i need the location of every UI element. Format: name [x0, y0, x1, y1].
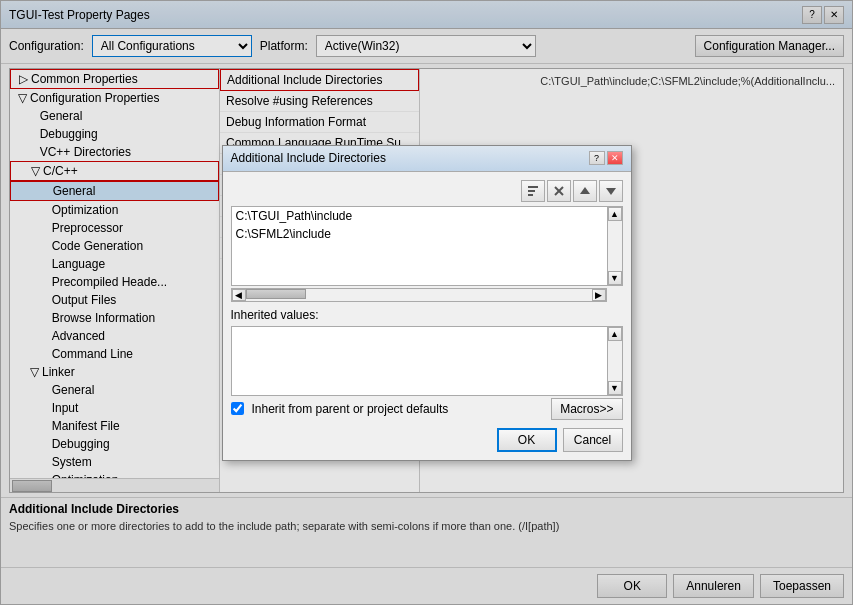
- modal-overlay: Additional Include Directories ? ✕: [1, 1, 852, 604]
- list-item-sfml[interactable]: C:\SFML2\include: [232, 225, 607, 243]
- modal-cancel-button[interactable]: Cancel: [563, 428, 623, 452]
- modal-ok-cancel: OK Cancel: [231, 428, 623, 452]
- svg-marker-5: [580, 187, 590, 194]
- hscroll-thumb[interactable]: [246, 289, 306, 299]
- modal-ok-button[interactable]: OK: [497, 428, 557, 452]
- modal-toolbar: [231, 180, 623, 202]
- modal-body: C:\TGUI_Path\include C:\SFML2\include ▲ …: [223, 172, 631, 460]
- inherited-scrollbar[interactable]: ▲ ▼: [607, 326, 623, 396]
- modal-title: Additional Include Directories: [231, 151, 386, 165]
- include-list-box[interactable]: C:\TGUI_Path\include C:\SFML2\include: [231, 206, 607, 286]
- svg-marker-6: [606, 188, 616, 195]
- modal-move-down-button[interactable]: [599, 180, 623, 202]
- svg-rect-1: [528, 190, 535, 192]
- inherit-checkbox[interactable]: [231, 402, 244, 415]
- inherit-label: Inherit from parent or project defaults: [252, 402, 449, 416]
- svg-rect-2: [528, 194, 533, 196]
- horizontal-scrollbar[interactable]: ◀ ▶: [231, 288, 607, 302]
- scroll-up-arrow[interactable]: ▲: [608, 207, 622, 221]
- modal-help-button[interactable]: ?: [589, 151, 605, 165]
- scroll-down-arrow[interactable]: ▼: [608, 271, 622, 285]
- modal-delete-button[interactable]: [547, 180, 571, 202]
- scroll-left-arrow[interactable]: ◀: [232, 289, 246, 301]
- modal-move-up-button[interactable]: [573, 180, 597, 202]
- inherited-values-label: Inherited values:: [231, 308, 623, 322]
- modal-controls: ? ✕: [589, 151, 623, 165]
- inherited-scroll-down[interactable]: ▼: [608, 381, 622, 395]
- modal-title-bar: Additional Include Directories ? ✕: [223, 146, 631, 172]
- inherited-scroll-up[interactable]: ▲: [608, 327, 622, 341]
- inherit-row: Inherit from parent or project defaults …: [231, 398, 623, 420]
- svg-rect-0: [528, 186, 538, 188]
- vertical-scrollbar[interactable]: ▲ ▼: [607, 206, 623, 286]
- modal-new-line-button[interactable]: [521, 180, 545, 202]
- list-area: C:\TGUI_Path\include C:\SFML2\include ▲ …: [231, 206, 623, 286]
- list-item-tgui[interactable]: C:\TGUI_Path\include: [232, 207, 607, 225]
- hscroll-track: [246, 289, 592, 301]
- additional-include-dialog: Additional Include Directories ? ✕: [222, 145, 632, 461]
- scroll-right-arrow[interactable]: ▶: [592, 289, 606, 301]
- main-window: TGUI-Test Property Pages ? ✕ Configurati…: [0, 0, 853, 605]
- inherited-values-box: [231, 326, 607, 396]
- modal-close-button[interactable]: ✕: [607, 151, 623, 165]
- macros-button[interactable]: Macros>>: [551, 398, 622, 420]
